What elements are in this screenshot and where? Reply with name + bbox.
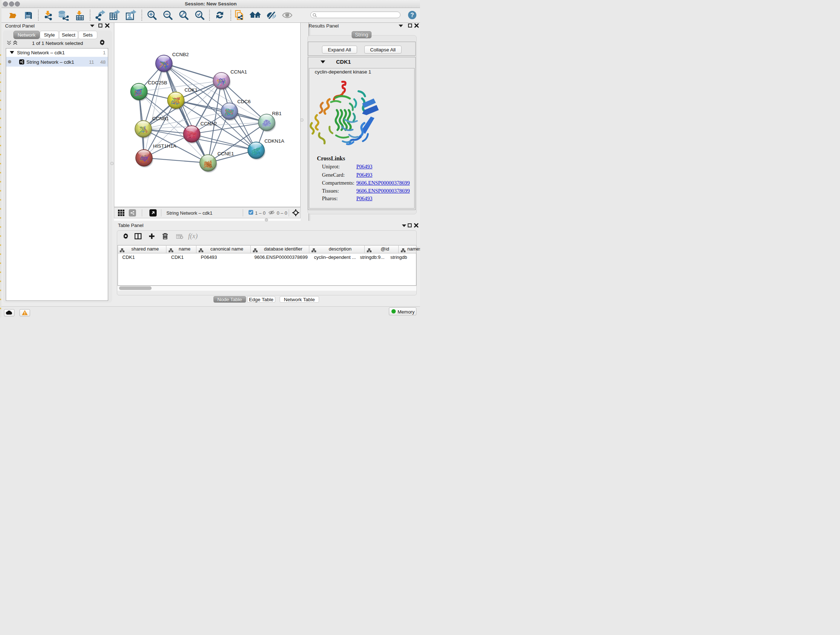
svg-text:CCNA2: CCNA2: [201, 121, 217, 126]
svg-text:CCNB1: CCNB1: [152, 116, 169, 121]
svg-text:CDK1: CDK1: [185, 87, 197, 93]
svg-text:CDC25B: CDC25B: [148, 80, 167, 86]
svg-text:CCNE1: CCNE1: [218, 151, 234, 157]
svg-text:RB1: RB1: [272, 111, 281, 116]
svg-text:CDKN1A: CDKN1A: [264, 138, 284, 144]
svg-text:CCNB2: CCNB2: [172, 52, 189, 57]
svg-text:CDC6: CDC6: [237, 99, 251, 104]
svg-text:CCNA1: CCNA1: [231, 69, 247, 74]
svg-text:HIST1H1A: HIST1H1A: [153, 143, 177, 149]
